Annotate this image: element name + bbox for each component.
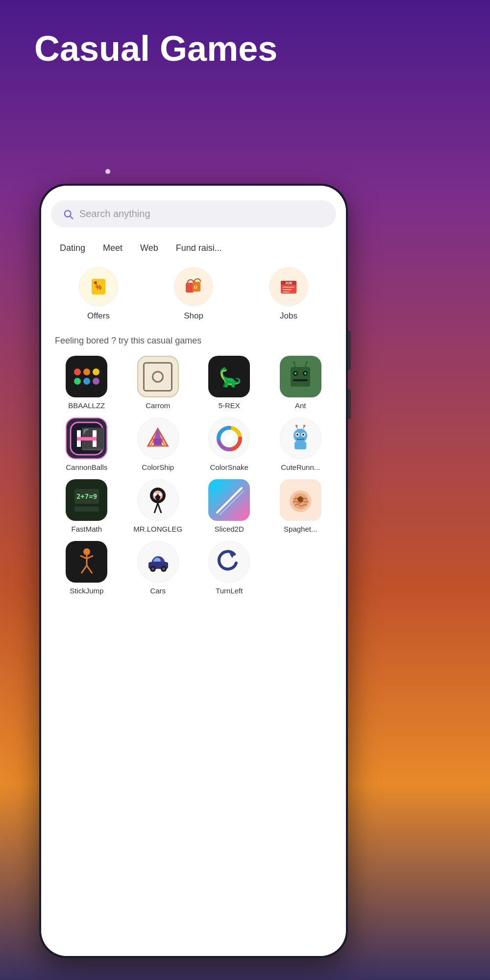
- shop-label: Shop: [184, 311, 203, 321]
- spaghetti-label: Spaghet...: [284, 525, 317, 533]
- svg-text:U: U: [194, 285, 197, 290]
- game-sliced2d[interactable]: Sliced2D: [196, 479, 263, 533]
- game-fastmath[interactable]: 2+7=9 FastMath: [53, 479, 121, 533]
- svg-point-4: [94, 281, 97, 284]
- games-grid: BBAALLZZ Carrom 🦕: [51, 356, 336, 595]
- svg-point-19: [294, 372, 296, 374]
- phone-content: Search anything Dating Meet Web Fund rai…: [41, 186, 346, 956]
- tab-meet[interactable]: Meet: [94, 239, 131, 257]
- phone-inner: Search anything Dating Meet Web Fund rai…: [41, 186, 346, 956]
- svg-rect-33: [154, 439, 162, 444]
- colorsnake-icon: [208, 417, 250, 459]
- mrlongleg-icon: [137, 479, 179, 521]
- cars-label: Cars: [150, 587, 166, 595]
- rex-label: 5-REX: [219, 401, 240, 410]
- category-icons: % Offers U: [51, 267, 336, 321]
- stickjump-icon: [66, 541, 107, 583]
- bbaallzz-icon: [66, 356, 107, 397]
- svg-line-1: [70, 216, 73, 219]
- dot-indicator: [105, 169, 110, 174]
- cuterunner-label: CuteRunn...: [281, 463, 320, 471]
- svg-rect-21: [293, 379, 308, 381]
- colorship-label: ColorShip: [142, 463, 174, 471]
- stickjump-label: StickJump: [70, 587, 103, 595]
- category-jobs[interactable]: JOB Jobs: [241, 267, 336, 321]
- game-cars[interactable]: Cars: [124, 541, 192, 595]
- svg-text:2+7=9: 2+7=9: [76, 492, 97, 500]
- header-section: Casual Games: [0, 0, 490, 78]
- search-icon: [63, 209, 74, 220]
- phone-side-button-2: [348, 390, 351, 419]
- search-input-placeholder: Search anything: [79, 208, 150, 220]
- svg-point-20: [304, 372, 306, 374]
- svg-point-43: [302, 434, 304, 436]
- svg-rect-31: [77, 437, 97, 441]
- svg-point-42: [296, 434, 298, 436]
- svg-text:🦕: 🦕: [219, 366, 242, 389]
- carrom-label: Carrom: [146, 401, 170, 410]
- svg-point-47: [295, 425, 297, 427]
- svg-point-76: [151, 567, 154, 570]
- game-cannonballs[interactable]: ⬛ CannonBalls: [53, 417, 121, 471]
- game-turnleft[interactable]: TurnLeft: [196, 541, 263, 595]
- offers-label: Offers: [87, 311, 110, 321]
- tab-dating[interactable]: Dating: [51, 239, 94, 257]
- category-shop[interactable]: U Shop: [146, 267, 241, 321]
- svg-point-48: [303, 425, 305, 427]
- bbaallzz-label: BBAALLZZ: [68, 401, 105, 410]
- search-bar[interactable]: Search anything: [51, 200, 336, 227]
- tab-web[interactable]: Web: [131, 239, 167, 257]
- ant-icon: [280, 356, 321, 397]
- svg-rect-52: [74, 507, 99, 512]
- category-tabs: Dating Meet Web Fund raisi...: [51, 239, 336, 257]
- fastmath-icon: 2+7=9: [66, 479, 107, 521]
- svg-point-38: [294, 429, 307, 442]
- shop-icon-circle: U: [174, 267, 213, 306]
- svg-rect-44: [296, 439, 304, 440]
- colorsnake-label: ColorSnake: [210, 463, 248, 471]
- game-rex[interactable]: 🦕 5-REX: [196, 356, 263, 410]
- game-colorsnake[interactable]: ColorSnake: [196, 417, 263, 471]
- svg-point-57: [159, 493, 162, 496]
- svg-text:%: %: [96, 283, 102, 291]
- game-colorship[interactable]: ColorShip: [124, 417, 192, 471]
- game-ant[interactable]: Ant: [267, 356, 335, 410]
- svg-point-25: [306, 361, 308, 363]
- rex-icon: 🦕: [208, 356, 250, 397]
- cars-icon: [137, 541, 179, 583]
- phone-side-button: [348, 331, 351, 370]
- game-bbaallzz[interactable]: BBAALLZZ: [53, 356, 121, 410]
- svg-rect-16: [291, 367, 310, 387]
- fastmath-label: FastMath: [71, 525, 102, 533]
- svg-point-24: [293, 361, 295, 363]
- bored-text: Feeling bored ? try this casual games: [51, 336, 336, 346]
- svg-line-58: [154, 503, 158, 513]
- svg-rect-13: [283, 292, 290, 293]
- colorship-icon: [137, 417, 179, 459]
- svg-line-59: [158, 503, 161, 513]
- page-title: Casual Games: [34, 29, 456, 68]
- game-stickjump[interactable]: StickJump: [53, 541, 121, 595]
- phone-frame: Search anything Dating Meet Web Fund rai…: [39, 184, 348, 958]
- svg-point-65: [297, 496, 303, 502]
- cuterunner-icon: [280, 417, 321, 459]
- game-carrom[interactable]: Carrom: [124, 356, 192, 410]
- turnleft-label: TurnLeft: [216, 587, 243, 595]
- tab-fundraising[interactable]: Fund raisi...: [167, 239, 231, 257]
- ant-label: Ant: [295, 401, 306, 410]
- category-offers[interactable]: % Offers: [51, 267, 146, 321]
- svg-rect-39: [294, 441, 306, 449]
- svg-point-67: [83, 548, 90, 555]
- spaghetti-icon: [280, 479, 321, 521]
- jobs-label: Jobs: [280, 311, 297, 321]
- svg-rect-12: [283, 289, 292, 290]
- offers-icon-circle: %: [79, 267, 118, 306]
- jobs-icon-circle: JOB: [269, 267, 308, 306]
- game-cuterunner[interactable]: CuteRunn...: [267, 417, 335, 471]
- svg-rect-5: [186, 283, 194, 293]
- svg-point-77: [162, 567, 165, 570]
- game-spaghetti[interactable]: Spaghet...: [267, 479, 335, 533]
- game-mrlongleg[interactable]: MR.LONGLEG: [124, 479, 192, 533]
- sliced2d-label: Sliced2D: [215, 525, 244, 533]
- svg-point-56: [154, 493, 157, 496]
